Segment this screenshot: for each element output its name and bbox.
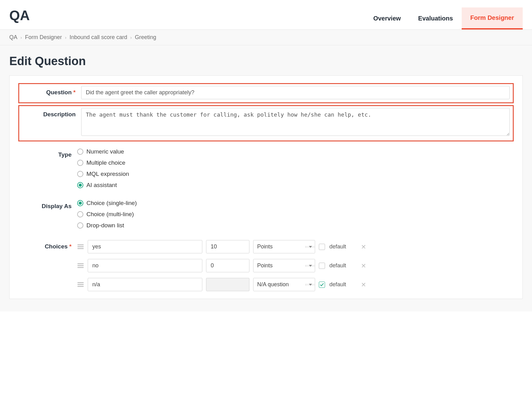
display-option-label: Choice (single-line)	[86, 200, 137, 207]
remove-choice-icon[interactable]: ✕	[360, 243, 367, 251]
choice-unit-select[interactable]: Points	[253, 240, 315, 253]
choice-label-input[interactable]	[88, 259, 202, 272]
radio-icon	[77, 149, 83, 155]
type-option-ai-assistant[interactable]: AI assistant	[77, 182, 129, 189]
default-label: default	[329, 262, 351, 269]
choice-unit-text: Points	[253, 240, 306, 253]
crumb-form-designer[interactable]: Form Designer	[25, 34, 62, 41]
radio-icon	[77, 160, 83, 166]
choice-label-input[interactable]	[88, 240, 202, 253]
choice-unit-text: N/A question	[253, 278, 306, 291]
display-option-label: Choice (multi-line)	[86, 211, 134, 218]
tab-bar: Overview Evaluations Form Designer	[365, 7, 523, 29]
drag-handle-icon[interactable]	[77, 282, 84, 287]
question-label: Question *	[22, 86, 81, 96]
chevron-right-icon: ›	[130, 35, 132, 40]
display-option-single-line[interactable]: Choice (single-line)	[77, 200, 137, 207]
app-title: QA	[9, 8, 30, 29]
app-header: QA Overview Evaluations Form Designer	[0, 0, 532, 30]
display-option-label: Drop-down list	[86, 222, 124, 229]
tab-evaluations[interactable]: Evaluations	[410, 7, 462, 29]
question-highlight: Question *	[18, 83, 514, 103]
chevron-right-icon: ›	[20, 35, 22, 40]
tab-form-designer[interactable]: Form Designer	[462, 7, 523, 29]
type-label: Type	[18, 148, 77, 158]
choice-unit-select[interactable]: Points	[253, 259, 315, 272]
default-label: default	[329, 281, 351, 288]
breadcrumb: QA › Form Designer › Inbound call score …	[0, 30, 532, 45]
choice-row: Points default ✕	[77, 240, 367, 253]
choice-row: Points default ✕	[77, 259, 367, 272]
choice-row: N/A question default ✕	[77, 278, 367, 291]
choice-label-input[interactable]	[88, 278, 202, 291]
type-radio-group: Numeric value Multiple choice MQL expres…	[77, 148, 129, 189]
drag-handle-icon[interactable]	[77, 263, 84, 268]
type-option-mql[interactable]: MQL expression	[77, 171, 129, 177]
caret-down-icon	[306, 284, 315, 286]
drag-handle-icon[interactable]	[77, 244, 84, 249]
choices-list: Points default ✕ Points	[77, 240, 367, 291]
display-as-radio-group: Choice (single-line) Choice (multi-line)…	[77, 200, 137, 229]
default-label: default	[329, 243, 351, 250]
tab-overview[interactable]: Overview	[365, 7, 410, 29]
radio-icon	[77, 211, 83, 217]
type-option-label: AI assistant	[86, 182, 117, 189]
remove-choice-icon[interactable]: ✕	[360, 281, 367, 288]
type-option-numeric[interactable]: Numeric value	[77, 148, 129, 155]
crumb-qa[interactable]: QA	[9, 34, 17, 41]
question-input[interactable]	[81, 86, 510, 99]
crumb-greeting[interactable]: Greeting	[135, 34, 156, 41]
caret-down-icon	[306, 265, 315, 267]
choice-value-input[interactable]	[206, 240, 249, 253]
edit-question-card: Question * Description The agent must th…	[9, 75, 523, 299]
crumb-scorecard[interactable]: Inbound call score card	[69, 34, 127, 41]
remove-choice-icon[interactable]: ✕	[360, 262, 367, 270]
display-as-label: Display As	[18, 200, 77, 210]
choice-unit-text: Points	[253, 259, 306, 272]
choice-value-input[interactable]	[206, 259, 249, 272]
default-checkbox[interactable]	[319, 263, 325, 269]
choice-unit-select[interactable]: N/A question	[253, 278, 315, 291]
radio-icon	[77, 222, 83, 229]
type-option-label: MQL expression	[86, 171, 129, 177]
description-label: Description	[22, 108, 81, 118]
display-option-dropdown[interactable]: Drop-down list	[77, 222, 137, 229]
description-input[interactable]: The agent must thank the customer for ca…	[81, 108, 510, 136]
default-checkbox[interactable]	[319, 244, 325, 250]
chevron-right-icon: ›	[65, 35, 67, 40]
radio-selected-icon	[77, 182, 83, 188]
page-title: Edit Question	[9, 55, 523, 68]
type-option-label: Numeric value	[86, 148, 124, 155]
choices-label: Choices *	[18, 240, 77, 250]
radio-icon	[77, 171, 83, 177]
caret-down-icon	[306, 246, 315, 248]
description-highlight: Description The agent must thank the cus…	[18, 105, 514, 141]
radio-selected-icon	[77, 200, 83, 206]
display-option-multi-line[interactable]: Choice (multi-line)	[77, 211, 137, 218]
type-option-multiple-choice[interactable]: Multiple choice	[77, 159, 129, 166]
type-option-label: Multiple choice	[86, 159, 125, 166]
choice-value-input[interactable]	[206, 278, 249, 291]
default-checkbox[interactable]	[319, 282, 325, 288]
